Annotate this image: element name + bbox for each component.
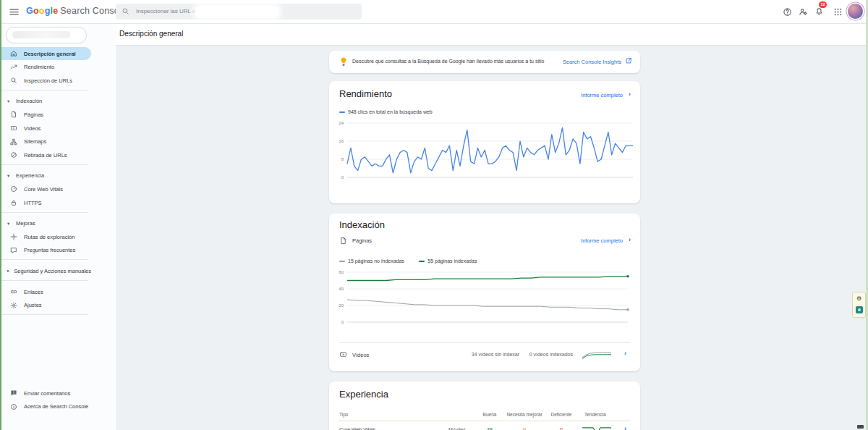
sidebar-item-label: Rendimiento xyxy=(24,64,54,70)
indexing-title: Indexación xyxy=(339,219,385,230)
avatar[interactable] xyxy=(848,4,863,19)
chevron-down-icon: ▾ xyxy=(7,173,13,179)
performance-y-axis: 241680 xyxy=(329,81,344,203)
sidebar-section-experiencia[interactable]: ▾Experiencia xyxy=(1,169,91,182)
sidebar-item-enviar-comentarios[interactable]: Enviar comentarios xyxy=(1,387,91,400)
external-link-icon[interactable] xyxy=(625,57,632,64)
performance-chart[interactable] xyxy=(347,123,633,178)
chevron-right-icon[interactable]: › xyxy=(629,236,631,243)
y-axis-tick: 0 xyxy=(341,175,344,180)
sidebar-item-label: Sitemaps xyxy=(24,138,46,145)
sidebar-section-seguridad-y-acciones-manuales[interactable]: ▸Seguridad y Acciones manuales xyxy=(1,264,91,277)
col-header-poor: Deficiente xyxy=(551,412,572,417)
table-row[interactable]: Core Web Vitals Móviles 38 0 0 › xyxy=(329,423,640,430)
row-poor-count: 0 xyxy=(560,427,563,430)
y-axis-tick: 24 xyxy=(339,121,344,125)
page-header: Descripción general xyxy=(116,23,868,46)
removals-icon xyxy=(10,151,18,159)
settings-icon xyxy=(10,301,18,309)
col-header-trend: Tendencia xyxy=(584,412,606,417)
sidebar-item-rendimiento[interactable]: Rendimiento xyxy=(1,61,91,74)
col-header-type: Tipo xyxy=(339,412,348,417)
sidebar-divider xyxy=(1,280,88,281)
indexing-card: Indexación Páginas Informe completo › 15… xyxy=(329,214,640,371)
widget-gear-icon[interactable]: ⚙ xyxy=(856,296,861,302)
sidebar-item-retirada-de-urls[interactable]: Retirada de URLs xyxy=(1,148,91,161)
notifications-bell[interactable]: 12 xyxy=(812,4,826,19)
google-apps-grid-icon[interactable] xyxy=(830,4,845,19)
sidebar-item-preguntas-frecuentes[interactable]: Preguntas frecuentes xyxy=(1,244,91,257)
search-console-app: GoogleSearch Console Inspeccionar las UR… xyxy=(0,0,868,430)
card-divider xyxy=(339,342,630,343)
sidebar-item-https[interactable]: HTTPS xyxy=(1,196,91,209)
insights-link[interactable]: Search Console Insights xyxy=(563,59,621,65)
sidebar-divider xyxy=(1,259,88,260)
menu-icon[interactable] xyxy=(9,7,20,17)
sidebar-divider xyxy=(1,314,88,315)
chevron-right-icon[interactable]: › xyxy=(624,350,626,357)
performance-legend-text: 948 clics en total en la búsqueda web xyxy=(348,109,433,114)
pages-label: Páginas xyxy=(352,237,372,244)
sidebar-item-label: Rutas de exploración xyxy=(24,234,75,240)
sidebar: Descripción generalRendimientoInspección… xyxy=(1,23,116,430)
property-selector[interactable] xyxy=(6,27,87,43)
chevron-right-icon[interactable]: › xyxy=(624,425,626,430)
sidebar-item-acerca-de-search-console[interactable]: Acerca de Search Console xyxy=(1,400,91,413)
sidebar-item-enlaces[interactable]: Enlaces xyxy=(1,285,91,298)
sidebar-item-core-web-vitals[interactable]: Core Web Vitals xyxy=(1,182,91,195)
performance-report-link[interactable]: Informe completo xyxy=(581,92,623,98)
indexed-legend: 55 páginas indexadas xyxy=(427,258,477,264)
links-icon xyxy=(10,288,18,296)
top-app-bar: GoogleSearch Console Inspeccionar las UR… xyxy=(0,0,868,24)
sidebar-item-label: Indexación xyxy=(16,98,42,104)
browser-extension-widget[interactable]: ⚙ xyxy=(852,292,866,318)
video-icon xyxy=(339,350,347,358)
sidebar-item-videos[interactable]: Vídeos xyxy=(1,122,91,135)
redacted-property-name xyxy=(12,31,70,38)
help-icon[interactable] xyxy=(780,4,794,19)
cwv-trend-sparkline xyxy=(582,426,611,430)
sidebar-item-label: Ajustes xyxy=(24,302,42,308)
sidebar-item-paginas[interactable]: Páginas xyxy=(1,108,91,121)
google-logo-letter: G xyxy=(26,6,33,16)
sidebar-item-rutas-de-exploracion[interactable]: Rutas de exploración xyxy=(1,230,91,243)
sidebar-item-ajustes[interactable]: Ajustes xyxy=(1,299,91,312)
sidebar-item-label: Retirada de URLs xyxy=(24,152,67,159)
google-logo-letter: e xyxy=(53,6,58,16)
videos-indexed: 0 vídeos indexados xyxy=(501,352,573,357)
url-inspection-searchbar[interactable]: Inspeccionar las URL de xyxy=(116,4,362,20)
breadcrumbs-icon xyxy=(10,233,18,241)
widget-app-icon[interactable] xyxy=(856,306,863,313)
col-header-good: Buena xyxy=(483,412,497,417)
indexing-chart[interactable] xyxy=(347,272,628,323)
sidebar-item-label: Preguntas frecuentes xyxy=(24,247,75,253)
user-settings-icon[interactable] xyxy=(796,4,810,19)
indexing-report-link[interactable]: Informe completo xyxy=(581,237,623,244)
videos-row[interactable]: Vídeos 34 vídeos sin indexar 0 vídeos in… xyxy=(329,347,640,364)
scrollbar-corner xyxy=(857,425,864,429)
row-type: Core Web Vitals xyxy=(339,427,375,430)
sidebar-section-indexacion[interactable]: ▾Indexación xyxy=(1,95,91,108)
sidebar-item-descripcion-general[interactable]: Descripción general xyxy=(1,47,91,60)
sidebar-section-mejoras[interactable]: ▾Mejoras xyxy=(1,217,91,230)
sidebar-item-label: Core Web Vitals xyxy=(24,186,63,193)
sidebar-item-inspeccion-de-urls[interactable]: Inspección de URLs xyxy=(1,74,91,87)
sidebar-item-label: Inspección de URLs xyxy=(24,77,72,84)
videos-sparkline xyxy=(582,351,611,360)
sidebar-item-sitemaps[interactable]: Sitemaps xyxy=(1,135,91,148)
row-device: Móviles xyxy=(448,427,466,430)
search-placeholder: Inspeccionar las URL de xyxy=(136,8,199,14)
sidebar-item-label: Vídeos xyxy=(24,125,41,132)
faq-icon xyxy=(10,246,18,254)
app-logo[interactable]: GoogleSearch Console xyxy=(26,6,127,16)
legend-dash-green xyxy=(419,261,425,263)
home-icon xyxy=(10,50,18,58)
y-axis-tick: 16 xyxy=(339,139,344,143)
sidebar-item-label: Seguridad y Acciones manuales xyxy=(14,268,91,274)
y-axis-tick: 20 xyxy=(339,303,344,308)
sidebar-item-label: Acerca de Search Console xyxy=(24,403,88,410)
experience-card: Experiencia Tipo Buena Necesita mejorar … xyxy=(329,381,640,430)
video-icon xyxy=(10,125,18,132)
sidebar-divider xyxy=(1,90,88,90)
chevron-right-icon[interactable]: › xyxy=(629,90,631,98)
